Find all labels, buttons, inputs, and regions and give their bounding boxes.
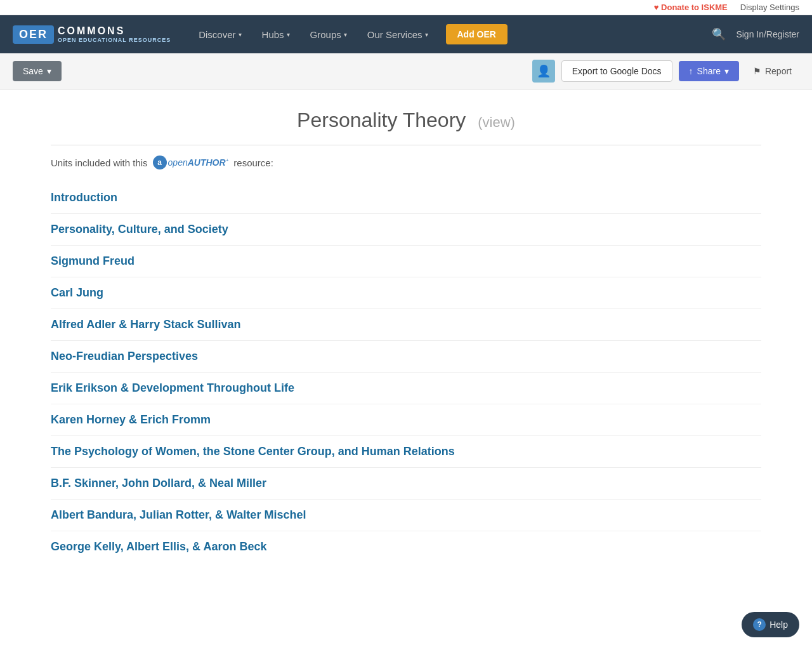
divider [51, 145, 761, 145]
openauthor-logo: a openAUTHOR+ [153, 156, 229, 169]
list-item: Personality, Culture, and Society [51, 214, 761, 246]
list-item: The Psychology of Women, the Stone Cente… [51, 436, 761, 468]
list-item: Neo-Freudian Perspectives [51, 341, 761, 373]
action-bar-right: 👤 Export to Google Docs ↑ Share ▾ ⚑ Repo… [532, 60, 799, 83]
list-item: Carl Jung [51, 277, 761, 309]
share-icon: ↑ [689, 66, 693, 76]
list-item: Albert Bandura, Julian Rotter, & Walter … [51, 500, 761, 531]
chevron-down-icon: ▾ [425, 31, 428, 38]
unit-link-sigmund-freud[interactable]: Sigmund Freud [51, 255, 134, 267]
unit-link-erik-erikson[interactable]: Erik Erikson & Development Throughout Li… [51, 381, 294, 394]
display-settings-link[interactable]: Display Settings [740, 3, 799, 12]
action-bar-left: Save ▾ [13, 61, 62, 81]
logo-oer: OER [13, 25, 54, 44]
list-item: B.F. Skinner, John Dollard, & Neal Mille… [51, 468, 761, 500]
unit-link-neo-freudian[interactable]: Neo-Freudian Perspectives [51, 350, 198, 362]
flag-icon: ⚑ [753, 66, 761, 76]
top-bar: Donate to ISKME Display Settings [0, 0, 812, 15]
unit-link-carl-jung[interactable]: Carl Jung [51, 286, 103, 299]
unit-link-psychology-women[interactable]: The Psychology of Women, the Stone Cente… [51, 445, 455, 458]
donate-link[interactable]: Donate to ISKME [654, 3, 728, 12]
list-item: Introduction [51, 182, 761, 214]
nav-links: Discover ▾ Hubs ▾ Groups ▾ Our Services … [190, 24, 712, 45]
add-oer-button[interactable]: Add OER [446, 24, 508, 44]
unit-link-bf-skinner[interactable]: B.F. Skinner, John Dollard, & Neal Mille… [51, 477, 266, 489]
openauthor-icon: a [153, 156, 167, 169]
search-icon[interactable]: 🔍 [712, 27, 726, 41]
chevron-down-icon: ▾ [287, 31, 290, 38]
nav-our-services[interactable]: Our Services ▾ [358, 24, 437, 45]
main-content: Personality Theory (view) Units included… [25, 90, 787, 581]
logo[interactable]: OER COMMONS OPEN EDUCATIONAL RESOURCES [13, 25, 171, 44]
list-item: Sigmund Freud [51, 246, 761, 277]
unit-link-introduction[interactable]: Introduction [51, 191, 117, 204]
nav-groups[interactable]: Groups ▾ [301, 24, 356, 45]
signin-link[interactable]: Sign In/Register [736, 29, 799, 39]
unit-link-albert-bandura[interactable]: Albert Bandura, Julian Rotter, & Walter … [51, 508, 306, 521]
report-button[interactable]: ⚑ Report [745, 61, 799, 81]
export-google-docs-button[interactable]: Export to Google Docs [561, 60, 672, 82]
unit-link-personality-culture[interactable]: Personality, Culture, and Society [51, 223, 228, 235]
share-button[interactable]: ↑ Share ▾ [679, 61, 739, 81]
units-intro: Units included with this a openAUTHOR+ r… [51, 156, 761, 169]
list-item: Erik Erikson & Development Throughout Li… [51, 373, 761, 404]
chevron-down-icon: ▾ [724, 66, 729, 76]
unit-link-alfred-adler[interactable]: Alfred Adler & Harry Stack Sullivan [51, 318, 240, 331]
nav-right: 🔍 Sign In/Register [712, 27, 799, 41]
action-bar: Save ▾ 👤 Export to Google Docs ↑ Share ▾… [0, 53, 812, 90]
nav-discover[interactable]: Discover ▾ [190, 24, 250, 45]
person-icon: 👤 [537, 64, 551, 78]
user-avatar[interactable]: 👤 [532, 60, 555, 83]
nav-hubs[interactable]: Hubs ▾ [253, 24, 299, 45]
unit-link-karen-horney[interactable]: Karen Horney & Erich Fromm [51, 413, 211, 426]
chevron-down-icon: ▾ [344, 31, 347, 38]
chevron-down-icon: ▾ [47, 66, 51, 76]
save-button[interactable]: Save ▾ [13, 61, 62, 81]
navbar: OER COMMONS OPEN EDUCATIONAL RESOURCES D… [0, 15, 812, 53]
chevron-down-icon: ▾ [239, 31, 242, 38]
list-item: Karen Horney & Erich Fromm [51, 404, 761, 436]
list-item: George Kelly, Albert Ellis, & Aaron Beck [51, 531, 761, 562]
unit-list: Introduction Personality, Culture, and S… [51, 182, 761, 562]
list-item: Alfred Adler & Harry Stack Sullivan [51, 309, 761, 341]
view-link[interactable]: (view) [478, 114, 515, 130]
page-title: Personality Theory (view) [51, 109, 761, 132]
logo-name-text: COMMONS OPEN EDUCATIONAL RESOURCES [54, 25, 171, 43]
unit-link-george-kelly[interactable]: George Kelly, Albert Ellis, & Aaron Beck [51, 540, 266, 553]
